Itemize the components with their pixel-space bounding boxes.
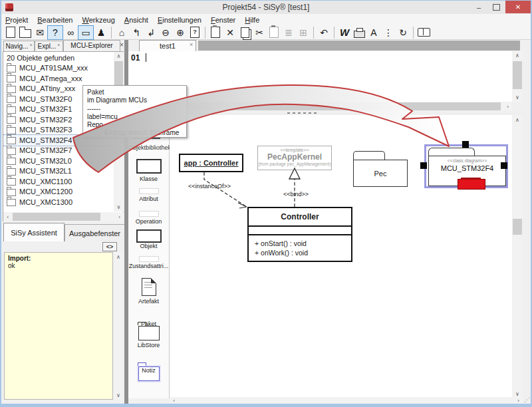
tab-close-icon[interactable]: × <box>57 43 60 47</box>
list-icon[interactable]: ≣ <box>281 26 296 39</box>
tree-item-mcu_stm32f7[interactable]: MCU_STM32F7 <box>3 146 112 156</box>
delete-icon[interactable]: ✕ <box>223 26 237 39</box>
scroll-up-icon[interactable]: ∧ <box>113 252 124 261</box>
toolbar: ✉?∞▭♟⌂↰↲⊖⊕?✕✂≣⊞↶WA⋮↻ <box>1 25 531 40</box>
palette-icon-attribut[interactable] <box>139 188 159 194</box>
tree-item-mcu_stm32l1[interactable]: MCU_STM32L1 <box>3 166 112 177</box>
paste-special-icon[interactable] <box>267 26 281 39</box>
maximize-button[interactable] <box>488 1 504 13</box>
output-vscrollbar[interactable]: ∧ ∨ <box>113 252 124 400</box>
scroll-down-icon[interactable]: ∨ <box>113 390 124 400</box>
word-export-icon[interactable]: W <box>337 26 352 39</box>
palette-icon-notiz[interactable] <box>140 404 158 407</box>
palette-label: LibStore <box>128 342 169 348</box>
tab-close-icon[interactable]: × <box>29 43 32 47</box>
mail-icon[interactable]: ✉ <box>33 26 47 39</box>
minimize-button[interactable]: – <box>471 1 487 13</box>
toolbar-separator <box>313 27 314 39</box>
tree-item-mcu_at91sam_xxx[interactable]: MCU_AT91SAM_xxx <box>3 63 112 74</box>
tab-ausgabefenster[interactable]: Ausgabefenster <box>65 224 125 241</box>
scroll-thumb[interactable] <box>513 61 522 89</box>
canvas-hscrollbar[interactable]: ‹ › <box>170 397 523 404</box>
page-question-icon[interactable]: ? <box>188 26 202 39</box>
zoom-in-icon[interactable]: ⊕ <box>173 26 188 39</box>
person-icon[interactable]: ♟ <box>94 26 108 39</box>
tree-item-mcu_xmc1100[interactable]: MCU_XMC1100 <box>3 176 112 187</box>
undo-icon[interactable]: ↶ <box>317 26 331 39</box>
tab-test1[interactable]: test1 <box>139 40 196 51</box>
search-binoculars-icon[interactable]: ∞ <box>63 26 78 39</box>
paste-icon[interactable] <box>208 26 223 39</box>
tree-item-mcu_atmega_xxx[interactable]: MCU_ATmega_xxx <box>3 73 112 84</box>
palette-icon-objekt[interactable] <box>136 229 162 243</box>
palette-icon-operation[interactable] <box>139 211 159 217</box>
tab-sisy-assistent[interactable]: SiSy Assistent <box>3 223 65 241</box>
resize-grip-icon[interactable]: ⋰ <box>524 396 531 404</box>
uml-package-pec[interactable]: Pec <box>353 151 406 186</box>
scroll-down-icon[interactable]: ∨ <box>512 93 523 102</box>
nav-up-icon[interactable]: ↰ <box>129 26 144 39</box>
panel-close-icon[interactable]: × <box>120 41 124 49</box>
menu-bearbeiten[interactable]: Bearbeiten <box>37 16 72 24</box>
new-document-icon[interactable] <box>3 26 18 39</box>
menu-ansicht[interactable]: Ansicht <box>124 16 148 24</box>
tree-item-mcu_stm32l0[interactable]: MCU_STM32L0 <box>3 156 112 166</box>
scroll-thumb[interactable] <box>165 102 501 110</box>
uml-template-pecappkernel[interactable]: <<template>> PecAppKernel (from package … <box>257 146 332 170</box>
dotted-list-icon[interactable]: ⋮ <box>381 26 396 39</box>
scroll-down-icon[interactable]: ∨ <box>114 203 124 211</box>
scroll-left-icon[interactable]: ‹ <box>170 397 178 404</box>
open-folder-icon[interactable] <box>18 26 33 39</box>
font-icon[interactable]: A <box>366 26 381 39</box>
scroll-right-icon[interactable]: › <box>503 102 512 111</box>
close-button[interactable]: ✕ <box>505 1 531 13</box>
tab-close-icon[interactable]: × <box>190 41 193 48</box>
tree-item-mcu_xmc1300[interactable]: MCU_XMC1300 <box>3 197 112 207</box>
splitter-handle-icon[interactable] <box>287 112 317 114</box>
folder-icon <box>7 158 16 165</box>
menu-fenster[interactable]: Fenster <box>211 16 235 24</box>
code-view-button[interactable]: <> <box>102 242 117 251</box>
title-bar: Projekt54 - SiSy® [test1] <box>1 1 531 14</box>
palette-icon-klasse[interactable] <box>136 159 162 174</box>
refresh-document-icon[interactable]: ↻ <box>396 26 410 39</box>
zoom-out-icon[interactable]: ⊖ <box>158 26 173 39</box>
palette-icon-zustandsattri[interactable] <box>139 256 159 262</box>
cut-icon[interactable]: ✂ <box>252 26 267 39</box>
print-icon[interactable] <box>352 26 366 39</box>
scroll-thumb[interactable] <box>513 219 522 235</box>
window-view-icon[interactable]: ▭ <box>78 25 94 40</box>
context-help-icon[interactable]: ? <box>47 25 63 40</box>
menu-werkzeug[interactable]: Werkzeug <box>82 16 114 24</box>
stereotype-label: <<class diagram>> <box>429 158 505 163</box>
uml-object-app-controller[interactable]: app : Controller <box>179 154 243 172</box>
menu-projekt[interactable]: Projekt <box>5 16 28 24</box>
scroll-right-icon[interactable]: › <box>514 397 523 404</box>
nav-down-icon[interactable]: ↲ <box>144 26 158 39</box>
scroll-left-icon[interactable]: ‹ <box>3 212 12 221</box>
home-icon[interactable]: ⌂ <box>114 26 129 39</box>
copy-icon[interactable] <box>237 26 252 39</box>
editor-vscrollbar[interactable]: ∧ ∨ <box>512 51 523 102</box>
scroll-up-icon[interactable]: ∧ <box>512 115 523 124</box>
palette-icon-paket[interactable] <box>138 326 160 340</box>
palette-icon-artefakt[interactable] <box>142 278 156 296</box>
tree-hscrollbar[interactable]: ‹ › <box>3 212 124 221</box>
scroll-right-icon[interactable]: › <box>115 212 124 221</box>
scroll-up-icon[interactable]: ∧ <box>512 51 523 60</box>
selection-handle[interactable] <box>420 162 427 169</box>
scroll-thumb[interactable] <box>13 213 100 221</box>
tree-item-label: MCU_ATmega_xxx <box>19 74 82 82</box>
class-attributes <box>249 227 351 235</box>
menu-einstellungen[interactable]: Einstellungen <box>158 16 201 24</box>
menu-hilfe[interactable]: Hilfe <box>245 16 259 24</box>
book-help-icon[interactable] <box>416 26 431 39</box>
tree-item-mcu_xmc1200[interactable]: MCU_XMC1200 <box>3 187 112 198</box>
table-icon[interactable]: ⊞ <box>296 26 311 39</box>
selection-handle[interactable] <box>462 141 469 148</box>
selection-handle[interactable] <box>501 162 507 169</box>
canvas-vscrollbar[interactable]: ∧ ∨ <box>512 115 523 398</box>
scroll-up-icon[interactable]: ∧ <box>114 52 124 61</box>
uml-class-controller[interactable]: Controller + onStart() : void + onWork()… <box>247 207 352 262</box>
output-title: Import: <box>8 255 109 262</box>
